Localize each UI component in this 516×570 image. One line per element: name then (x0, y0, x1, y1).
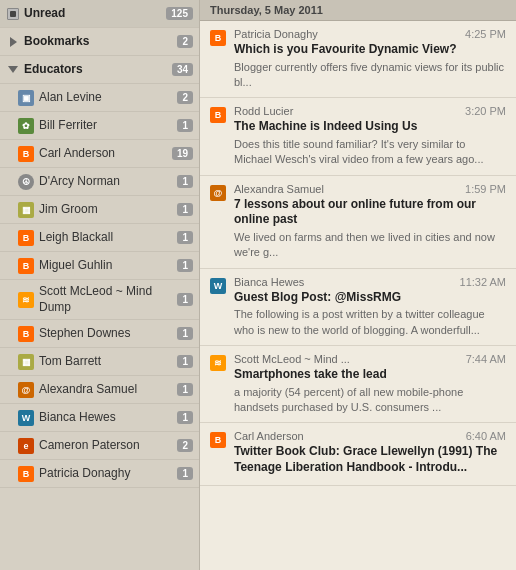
feed-icon: ☮ (18, 174, 34, 190)
sidebar-child-label: Stephen Downes (39, 326, 173, 342)
feed-item-icon: B (210, 30, 226, 46)
sidebar-item-unread[interactable]: Unread 125 (0, 0, 199, 28)
sidebar-item-cameron-paterson[interactable]: e Cameron Paterson 2 (0, 432, 199, 460)
feed-item[interactable]: B Rodd Lucier 3:20 PM The Machine is Ind… (200, 98, 516, 175)
feed-item[interactable]: @ Alexandra Samuel 1:59 PM 7 lessons abo… (200, 176, 516, 269)
sidebar-item-patricia-donaghy[interactable]: B Patricia Donaghy 1 (0, 460, 199, 488)
feed-item-meta: Carl Anderson 6:40 AM (234, 430, 506, 442)
feed-icon: @ (18, 382, 34, 398)
feed-item-body: Bianca Hewes 11:32 AM Guest Blog Post: @… (234, 276, 506, 338)
feed-item-time: 11:32 AM (460, 276, 506, 288)
feed-item-preview: a majority (54 percent) of all new mobil… (234, 385, 506, 416)
sidebar-item-miguel-guhlin[interactable]: B Miguel Guhlin 1 (0, 252, 199, 280)
sidebar-item-bianca-hewes[interactable]: W Bianca Hewes 1 (0, 404, 199, 432)
sidebar-child-label: Miguel Guhlin (39, 258, 173, 274)
count-badge-educators: 34 (172, 63, 193, 76)
sidebar-item-scott-mcleod--mind-dump[interactable]: ≋ Scott McLeod ~ Mind Dump 1 (0, 280, 199, 320)
count-badge-bookmarks: 2 (177, 35, 193, 48)
feed-item-icon: B (210, 432, 226, 448)
feed-item-title: Twitter Book Club: Grace Llewellyn (1991… (234, 444, 506, 475)
sidebar-label-bookmarks: Bookmarks (24, 34, 173, 50)
toggle-icon-unread (6, 7, 20, 21)
feed-item-meta: Scott McLeod ~ Mind ... 7:44 AM (234, 353, 506, 365)
feed-item-body: Rodd Lucier 3:20 PM The Machine is Indee… (234, 105, 506, 167)
feed-icon: ▣ (18, 90, 34, 106)
sidebar-item-bill-ferriter[interactable]: ✿ Bill Ferriter 1 (0, 112, 199, 140)
count-badge-unread: 125 (166, 7, 193, 20)
sidebar-child-count: 1 (177, 175, 193, 188)
sidebar-child-count: 2 (177, 439, 193, 452)
feed-item-meta: Alexandra Samuel 1:59 PM (234, 183, 506, 195)
sidebar-label-unread: Unread (24, 6, 162, 22)
feed-item-time: 6:40 AM (466, 430, 506, 442)
feed-item-body: Patricia Donaghy 4:25 PM Which is you Fa… (234, 28, 506, 90)
sidebar-label-educators: Educators (24, 62, 168, 78)
sidebar-child-count: 19 (172, 147, 193, 160)
feed-item-time: 7:44 AM (466, 353, 506, 365)
sidebar-child-count: 1 (177, 203, 193, 216)
sidebar-child-label: Cameron Paterson (39, 438, 173, 454)
sidebar-item-alan-levine[interactable]: ▣ Alan Levine 2 (0, 84, 199, 112)
feed-item-title: Smartphones take the lead (234, 367, 506, 383)
feed-item-title: Which is you Favourite Dynamic View? (234, 42, 506, 58)
feed-item-meta: Bianca Hewes 11:32 AM (234, 276, 506, 288)
sidebar-item-darcy-norman[interactable]: ☮ D'Arcy Norman 1 (0, 168, 199, 196)
sidebar-child-label: Carl Anderson (39, 146, 168, 162)
sidebar: Unread 125 Bookmarks 2 Educators 34 ▣ Al… (0, 0, 200, 570)
feed-item-author: Rodd Lucier (234, 105, 293, 117)
sidebar-item-bookmarks[interactable]: Bookmarks 2 (0, 28, 199, 56)
sidebar-child-count: 1 (177, 355, 193, 368)
sidebar-item-alexandra-samuel[interactable]: @ Alexandra Samuel 1 (0, 376, 199, 404)
feed-icon: B (18, 146, 34, 162)
feed-item-body: Alexandra Samuel 1:59 PM 7 lessons about… (234, 183, 506, 261)
sidebar-child-count: 1 (177, 231, 193, 244)
feed-item-title: Guest Blog Post: @MissRMG (234, 290, 506, 306)
feed-item-body: Scott McLeod ~ Mind ... 7:44 AM Smartpho… (234, 353, 506, 415)
feed-item[interactable]: B Carl Anderson 6:40 AM Twitter Book Clu… (200, 423, 516, 485)
feed-item-author: Scott McLeod ~ Mind ... (234, 353, 350, 365)
educator-children: ▣ Alan Levine 2 ✿ Bill Ferriter 1 B Carl… (0, 84, 199, 488)
content-panel: Thursday, 5 May 2011 B Patricia Donaghy … (200, 0, 516, 570)
feed-item-preview: The following is a post written by a twi… (234, 307, 506, 338)
sidebar-child-label: Leigh Blackall (39, 230, 173, 246)
sidebar-child-count: 1 (177, 327, 193, 340)
feed-item-author: Carl Anderson (234, 430, 304, 442)
feed-item[interactable]: W Bianca Hewes 11:32 AM Guest Blog Post:… (200, 269, 516, 346)
feed-item[interactable]: ≋ Scott McLeod ~ Mind ... 7:44 AM Smartp… (200, 346, 516, 423)
feed-items-container: B Patricia Donaghy 4:25 PM Which is you … (200, 21, 516, 486)
feed-item[interactable]: B Patricia Donaghy 4:25 PM Which is you … (200, 21, 516, 98)
sidebar-child-label: Alan Levine (39, 90, 173, 106)
feed-item-time: 4:25 PM (465, 28, 506, 40)
sidebar-item-tom-barrett[interactable]: ▦ Tom Barrett 1 (0, 348, 199, 376)
sidebar-child-label: Bill Ferriter (39, 118, 173, 134)
toggle-icon-bookmarks (6, 35, 20, 49)
sidebar-child-count: 1 (177, 259, 193, 272)
date-header: Thursday, 5 May 2011 (200, 0, 516, 21)
sidebar-child-count: 1 (177, 119, 193, 132)
sidebar-item-jim-groom[interactable]: ▦ Jim Groom 1 (0, 196, 199, 224)
feed-icon: B (18, 230, 34, 246)
feed-icon: ▦ (18, 202, 34, 218)
feed-icon: ≋ (18, 292, 34, 308)
sidebar-item-carl-anderson[interactable]: B Carl Anderson 19 (0, 140, 199, 168)
sidebar-child-label: Alexandra Samuel (39, 382, 173, 398)
sidebar-child-label: Scott McLeod ~ Mind Dump (39, 284, 173, 315)
feed-icon: ▦ (18, 354, 34, 370)
feed-item-icon: @ (210, 185, 226, 201)
feed-item-author: Patricia Donaghy (234, 28, 318, 40)
sidebar-child-label: Patricia Donaghy (39, 466, 173, 482)
feed-item-time: 1:59 PM (465, 183, 506, 195)
sidebar-child-count: 1 (177, 467, 193, 480)
sidebar-child-count: 1 (177, 383, 193, 396)
feed-item-preview: We lived on farms and then we lived in c… (234, 230, 506, 261)
sidebar-item-educators[interactable]: Educators 34 (0, 56, 199, 84)
feed-item-author: Alexandra Samuel (234, 183, 324, 195)
feed-item-meta: Patricia Donaghy 4:25 PM (234, 28, 506, 40)
sidebar-item-leigh-blackall[interactable]: B Leigh Blackall 1 (0, 224, 199, 252)
feed-item-title: 7 lessons about our online future from o… (234, 197, 506, 228)
feed-item-author: Bianca Hewes (234, 276, 304, 288)
toggle-icon-educators (6, 63, 20, 77)
sidebar-item-stephen-downes[interactable]: B Stephen Downes 1 (0, 320, 199, 348)
sidebar-child-count: 1 (177, 293, 193, 306)
sidebar-child-count: 1 (177, 411, 193, 424)
